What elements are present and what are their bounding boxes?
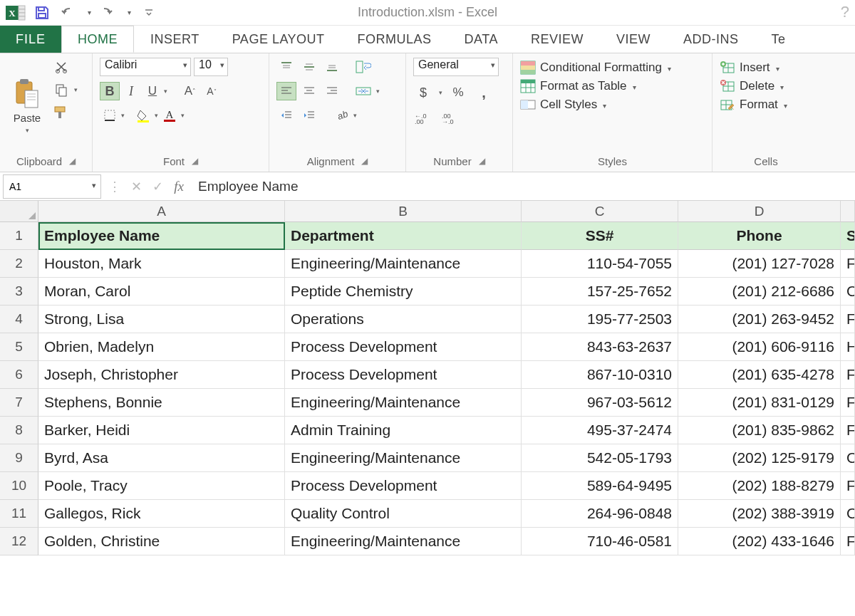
cell[interactable]: H — [841, 333, 855, 361]
cell[interactable]: Operations — [285, 306, 522, 333]
clipboard-dialog-launcher[interactable]: ◢ — [69, 156, 76, 166]
tab-file[interactable]: FILE — [0, 26, 61, 53]
undo-button[interactable] — [57, 2, 81, 24]
cell[interactable]: (201) 835-9862 — [678, 417, 841, 444]
tab-extra[interactable]: Te — [755, 26, 786, 53]
format-painter-button[interactable] — [51, 103, 71, 122]
tab-review[interactable]: REVIEW — [514, 26, 600, 53]
cell[interactable]: (201) 127-7028 — [678, 250, 841, 278]
font-color-dropdown[interactable]: ▾ — [181, 112, 185, 119]
cell[interactable]: Moran, Carol — [38, 278, 285, 306]
paste-button[interactable]: Paste ▾ — [7, 58, 47, 153]
cell[interactable]: C — [841, 278, 855, 306]
cell[interactable]: 542-05-1793 — [522, 444, 678, 472]
undo-dropdown[interactable]: ▾ — [84, 2, 94, 24]
row-header[interactable]: 3 — [0, 278, 38, 306]
tab-addins[interactable]: ADD-INS — [667, 26, 755, 53]
insert-function-button[interactable]: fx — [168, 174, 190, 199]
save-button[interactable] — [30, 2, 54, 24]
cell[interactable]: S — [841, 222, 855, 250]
cell[interactable]: 867-10-0310 — [522, 361, 678, 389]
align-center-button[interactable] — [299, 82, 319, 100]
cell[interactable]: 589-64-9495 — [522, 472, 678, 500]
row-header[interactable]: 5 — [0, 333, 38, 361]
cell[interactable]: (202) 388-3919 — [678, 500, 841, 528]
cell[interactable]: Peptide Chemistry — [285, 278, 522, 306]
increase-decimal-button[interactable]: ←.0.00 — [413, 109, 433, 127]
percent-format-button[interactable]: % — [448, 83, 468, 102]
tab-view[interactable]: VIEW — [600, 26, 667, 53]
cell[interactable]: (201) 831-0129 — [678, 389, 841, 417]
align-bottom-button[interactable] — [322, 58, 342, 76]
copy-dropdown[interactable]: ▾ — [74, 86, 78, 93]
cell-styles-button[interactable]: Cell Styles — [520, 98, 705, 112]
cell[interactable]: Engineering/Maintenance — [285, 389, 522, 417]
decrease-decimal-button[interactable]: .00→.0 — [440, 109, 460, 127]
cell[interactable]: (201) 635-4278 — [678, 361, 841, 389]
row-header[interactable]: 11 — [0, 500, 38, 528]
cell[interactable]: SS# — [522, 222, 678, 250]
cell[interactable]: Process Development — [285, 472, 522, 500]
cell[interactable]: Barker, Heidi — [38, 417, 285, 444]
formula-input[interactable] — [190, 174, 855, 199]
row-header[interactable]: 6 — [0, 361, 38, 389]
copy-button[interactable] — [51, 80, 71, 99]
fill-color-button[interactable] — [133, 106, 153, 125]
cell[interactable]: Houston, Mark — [38, 250, 285, 278]
borders-dropdown[interactable]: ▾ — [121, 112, 125, 119]
enter-formula-button[interactable]: ✓ — [147, 174, 168, 199]
decrease-indent-button[interactable] — [276, 106, 296, 125]
cell[interactable]: 195-77-2503 — [522, 306, 678, 333]
insert-cells-button[interactable]: Insert — [720, 61, 812, 75]
decrease-font-button[interactable]: A˅ — [202, 82, 222, 100]
merge-dropdown[interactable]: ▾ — [376, 88, 380, 95]
redo-button[interactable] — [97, 2, 121, 24]
number-format-select[interactable]: General — [413, 58, 499, 76]
column-header-B[interactable]: B — [285, 201, 522, 222]
cell[interactable]: 967-03-5612 — [522, 389, 678, 417]
accounting-format-button[interactable]: $ — [413, 83, 433, 102]
wrap-text-button[interactable] — [353, 58, 373, 76]
column-header-E[interactable] — [841, 201, 855, 222]
tab-formulas[interactable]: FORMULAS — [341, 26, 448, 53]
cell[interactable]: Engineering/Maintenance — [285, 250, 522, 278]
format-as-table-button[interactable]: Format as Table — [520, 79, 705, 93]
cell[interactable]: Quality Control — [285, 500, 522, 528]
tab-data[interactable]: DATA — [448, 26, 514, 53]
cell[interactable]: (202) 188-8279 — [678, 472, 841, 500]
row-header[interactable]: 4 — [0, 306, 38, 333]
tab-insert[interactable]: INSERT — [134, 26, 216, 53]
increase-font-button[interactable]: A˄ — [180, 82, 200, 100]
font-size-select[interactable]: 10 — [194, 58, 228, 76]
cell[interactable]: 843-63-2637 — [522, 333, 678, 361]
customize-qat-button[interactable] — [137, 2, 161, 24]
cell[interactable]: 110-54-7055 — [522, 250, 678, 278]
cell[interactable]: Strong, Lisa — [38, 306, 285, 333]
tab-page-layout[interactable]: PAGE LAYOUT — [216, 26, 341, 53]
row-header[interactable]: 2 — [0, 250, 38, 278]
cell[interactable]: F — [841, 361, 855, 389]
cancel-formula-button[interactable]: ✕ — [125, 174, 147, 199]
cell[interactable]: F — [841, 389, 855, 417]
column-header-A[interactable]: A — [38, 201, 285, 222]
row-header[interactable]: 8 — [0, 417, 38, 444]
cell[interactable]: C — [841, 444, 855, 472]
cell[interactable]: Engineering/Maintenance — [285, 528, 522, 555]
row-header[interactable]: 10 — [0, 472, 38, 500]
cell[interactable]: Stephens, Bonnie — [38, 389, 285, 417]
cell[interactable]: Gallegos, Rick — [38, 500, 285, 528]
font-name-select[interactable]: Calibri — [100, 58, 191, 76]
column-header-D[interactable]: D — [678, 201, 841, 222]
font-color-button[interactable]: A — [160, 106, 180, 125]
align-middle-button[interactable] — [299, 58, 319, 76]
cell[interactable]: 710-46-0581 — [522, 528, 678, 555]
cell[interactable]: Phone — [678, 222, 841, 250]
cell[interactable]: (202) 433-1646 — [678, 528, 841, 555]
align-left-button[interactable] — [276, 82, 296, 100]
cell[interactable]: F — [841, 250, 855, 278]
redo-dropdown[interactable]: ▾ — [124, 2, 134, 24]
cell[interactable]: (201) 212-6686 — [678, 278, 841, 306]
align-right-button[interactable] — [322, 82, 342, 100]
cell[interactable]: Joseph, Christopher — [38, 361, 285, 389]
cell[interactable]: Process Development — [285, 361, 522, 389]
